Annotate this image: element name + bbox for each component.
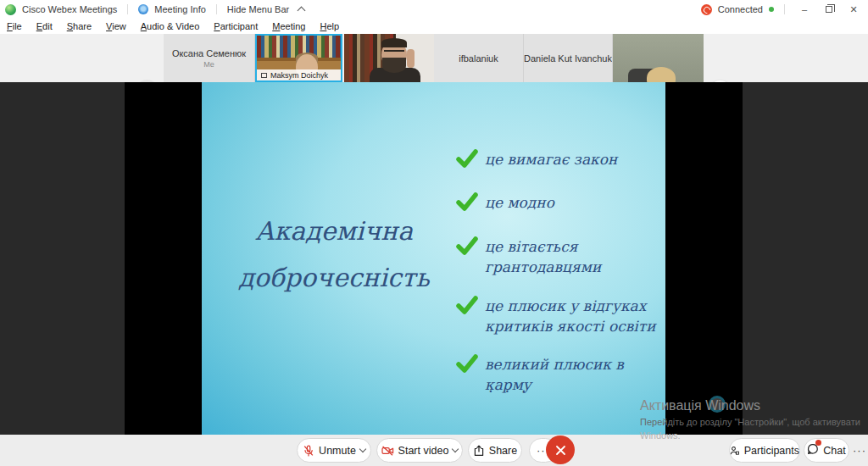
hide-menu-bar-button[interactable]: Hide Menu Bar xyxy=(227,4,289,14)
menu-edit[interactable]: Edit xyxy=(36,21,53,31)
start-video-button[interactable]: Start video xyxy=(376,438,463,463)
microphone-muted-icon xyxy=(303,445,314,457)
camera-off-icon xyxy=(381,445,394,457)
video-name-label: Maksym Doichyk xyxy=(257,69,341,80)
video-feed xyxy=(613,34,704,82)
checkmark-icon xyxy=(456,147,478,169)
watermark-title: Активація Windows xyxy=(640,398,860,413)
chat-panel-button[interactable]: Chat xyxy=(804,438,849,463)
participant-filmstrip: Оксана Семенюк Me Maksym Doichyk ifbalan… xyxy=(0,34,868,82)
checkmark-icon xyxy=(456,191,478,213)
windows-activation-watermark: Активація Windows Перейдіть до розділу "… xyxy=(640,398,860,441)
chevron-up-icon[interactable] xyxy=(298,7,306,15)
checkmark-icon xyxy=(456,235,478,257)
meeting-info-button[interactable]: Meeting Info xyxy=(154,4,206,14)
bullet-text: грантодавцями xyxy=(485,257,601,277)
bullet-text: це модно xyxy=(485,194,554,211)
menu-meeting[interactable]: Meeting xyxy=(272,21,305,31)
menu-share[interactable]: Share xyxy=(67,21,92,31)
chevron-down-icon[interactable] xyxy=(452,446,459,452)
menu-bar: File Edit Share View Audio & Video Parti… xyxy=(0,19,868,34)
bullet-text: це плюсик у відгуках xyxy=(485,296,655,316)
shared-content-stage: Академічна доброчесність це вимагає зако… xyxy=(0,82,868,435)
more-panels-button[interactable]: ··· xyxy=(853,438,866,463)
video-feed xyxy=(344,34,434,82)
restore-icon xyxy=(826,6,832,13)
leave-meeting-button[interactable] xyxy=(546,435,575,464)
share-icon xyxy=(473,445,485,457)
participants-panel-button[interactable]: Participants xyxy=(729,438,800,463)
chat-label: Chat xyxy=(823,445,845,457)
participants-icon xyxy=(730,445,740,457)
participant-tile-oksana[interactable]: Оксана Семенюк Me xyxy=(164,34,255,82)
participant-tile-blonde-person[interactable] xyxy=(613,34,704,82)
participant-tile-ifbalaniuk[interactable]: ifbalaniuk xyxy=(434,34,524,82)
chevron-down-icon[interactable] xyxy=(359,446,366,452)
minimize-button[interactable]: – xyxy=(795,4,814,14)
slide-title: Академічна доброчесність xyxy=(225,208,442,301)
participant-subtitle: Me xyxy=(203,60,214,69)
menu-file[interactable]: File xyxy=(7,21,22,31)
start-video-label: Start video xyxy=(398,445,449,457)
chat-notification-dot xyxy=(815,440,821,446)
bullet-text: це вітається xyxy=(485,236,601,257)
unmute-button[interactable]: Unmute xyxy=(297,438,371,463)
participant-tile-bearded-man[interactable] xyxy=(344,34,434,82)
connected-status-icon xyxy=(701,4,712,15)
slide-title-line1: Академічна xyxy=(225,208,442,254)
screen-device-icon xyxy=(261,73,267,78)
slide-bullet: це вітається грантодавцями xyxy=(456,236,601,277)
divider xyxy=(127,4,128,14)
close-x-icon xyxy=(555,445,566,456)
bullet-text: критиків якості освіти xyxy=(485,316,655,336)
green-presence-dot xyxy=(769,7,774,12)
bullet-text: це вимагає закон xyxy=(485,151,617,168)
slide-bullet: це вимагає закон xyxy=(456,149,617,169)
participant-tile-daniela[interactable]: Daniela Kut Ivanchuk xyxy=(524,34,613,82)
participant-name: ifbalaniuk xyxy=(459,53,498,64)
close-button[interactable]: ✕ xyxy=(844,4,863,15)
menu-view[interactable]: View xyxy=(106,21,126,31)
menu-audio-video[interactable]: Audio & Video xyxy=(141,21,200,31)
presentation-slide: Академічна доброчесність це вимагає зако… xyxy=(202,82,665,435)
slide-bullet: це плюсик у відгуках критиків якості осв… xyxy=(456,296,655,336)
ellipsis-icon: ··· xyxy=(853,444,866,457)
title-bar: Cisco Webex Meetings Meeting Info Hide M… xyxy=(0,0,868,19)
slide-ellipsis: . . . xyxy=(488,378,530,396)
unmute-label: Unmute xyxy=(319,445,356,457)
divider xyxy=(216,4,217,14)
share-button[interactable]: Share xyxy=(468,438,522,463)
divider xyxy=(784,4,785,14)
connection-status: Connected xyxy=(718,4,763,14)
webex-logo-icon xyxy=(5,4,16,15)
app-title: Cisco Webex Meetings xyxy=(22,4,117,14)
participants-label: Participants xyxy=(744,445,799,457)
participant-name: Оксана Семенюк xyxy=(172,48,246,58)
slide-bullet: це модно xyxy=(456,192,554,213)
participant-name: Maksym Doichyk xyxy=(270,71,328,80)
restore-button[interactable] xyxy=(820,4,838,14)
participant-tile-maksym[interactable]: Maksym Doichyk xyxy=(255,34,342,82)
menu-help[interactable]: Help xyxy=(320,21,339,31)
checkmark-icon xyxy=(456,352,478,374)
menu-participant[interactable]: Participant xyxy=(214,21,258,31)
checkmark-icon xyxy=(456,294,478,316)
share-label: Share xyxy=(489,445,517,457)
slide-title-line2: доброчесність xyxy=(225,254,442,301)
meeting-info-icon xyxy=(138,4,148,14)
watermark-subtitle2: Windows. xyxy=(640,430,860,441)
webex-window: Cisco Webex Meetings Meeting Info Hide M… xyxy=(0,0,868,466)
watermark-subtitle: Перейдіть до розділу "Настройки", щоб ак… xyxy=(640,417,860,427)
participant-name: Daniela Kut Ivanchuk xyxy=(524,53,612,64)
